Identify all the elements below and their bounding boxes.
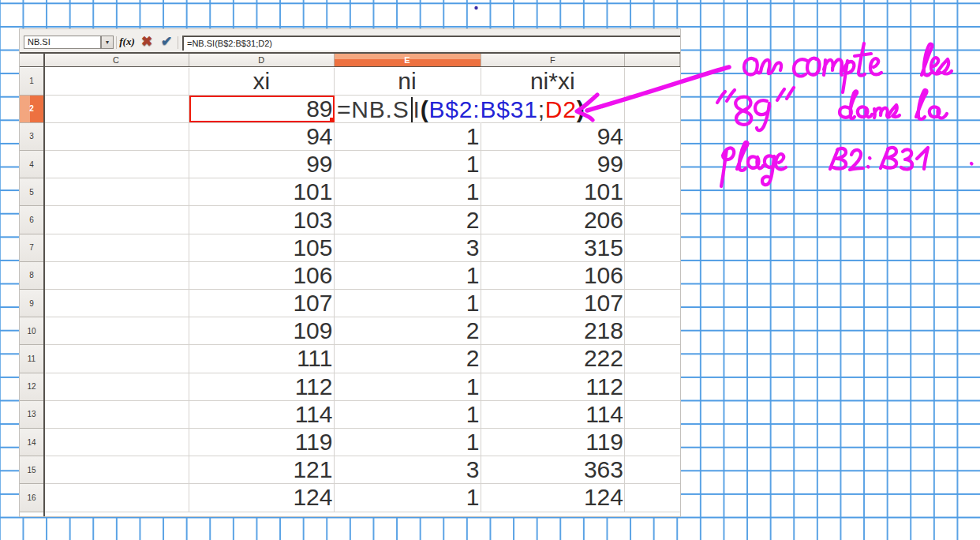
cell-E4[interactable]: 1	[335, 151, 481, 178]
cell-D7[interactable]: 105	[189, 234, 335, 262]
cell-C10[interactable]	[43, 317, 189, 345]
name-box-dropdown-button[interactable]: ▾	[101, 36, 114, 49]
cell-G7[interactable]	[625, 234, 680, 262]
cell-C14[interactable]	[43, 429, 189, 456]
cell-E7[interactable]: 3	[335, 234, 481, 262]
name-box-input[interactable]: NB.SI	[24, 36, 101, 49]
cell-D3[interactable]: 94	[189, 123, 335, 151]
cell-F5[interactable]: 101	[481, 178, 626, 206]
cell-G8[interactable]	[625, 262, 680, 290]
cell-G1[interactable]	[625, 68, 680, 96]
cell-C12[interactable]	[43, 373, 189, 401]
row-header-10[interactable]: 10	[20, 317, 43, 345]
cell-D15[interactable]: 121	[189, 456, 335, 484]
row-header-1[interactable]: 1	[20, 68, 43, 96]
cell-C11[interactable]	[43, 345, 189, 373]
cell-D10[interactable]: 109	[189, 317, 335, 345]
cell-C16[interactable]	[43, 484, 189, 512]
reference-handle[interactable]	[330, 118, 335, 122]
cell-E9[interactable]: 1	[335, 290, 481, 317]
cell-E15[interactable]: 3	[335, 456, 481, 484]
cell-F3[interactable]: 94	[481, 123, 626, 151]
cell-C13[interactable]	[43, 401, 189, 429]
cancel-icon[interactable]: ✖	[138, 33, 155, 50]
column-header-E[interactable]: E	[335, 54, 481, 66]
formula-input[interactable]: =NB.SI(B$2:B$31;D2)	[182, 36, 680, 51]
cell-C6[interactable]	[43, 206, 189, 234]
cell-D8[interactable]: 106	[189, 262, 335, 290]
cell-C5[interactable]	[43, 178, 189, 206]
cell-D11[interactable]: 111	[189, 345, 335, 373]
cell-G5[interactable]	[625, 178, 680, 206]
cell-G2[interactable]	[625, 96, 680, 123]
cell-D12[interactable]: 112	[189, 373, 335, 401]
row-header-11[interactable]: 11	[20, 345, 43, 373]
cell-D6[interactable]: 103	[189, 206, 335, 234]
cell-G12[interactable]	[625, 373, 680, 401]
cell-E16[interactable]: 1	[335, 484, 481, 512]
cell-C3[interactable]	[43, 123, 189, 151]
cell-D9[interactable]: 107	[189, 290, 335, 317]
cell-E5[interactable]: 1	[335, 178, 481, 206]
cell-F9[interactable]: 107	[481, 290, 626, 317]
cell-G9[interactable]	[625, 290, 680, 317]
cell-E12[interactable]: 1	[335, 373, 481, 401]
cell-C15[interactable]	[43, 456, 189, 484]
cell-E6[interactable]: 2	[335, 206, 481, 234]
row-header-16[interactable]: 16	[20, 484, 43, 512]
row-header-3[interactable]: 3	[20, 123, 43, 151]
cell-C4[interactable]	[43, 151, 189, 178]
cell-F12[interactable]: 112	[481, 373, 626, 401]
cell-C7[interactable]	[43, 234, 189, 262]
cell-D4[interactable]: 99	[189, 151, 335, 178]
cell-F10[interactable]: 218	[481, 317, 626, 345]
column-header-D[interactable]: D	[189, 54, 335, 66]
cell-G3[interactable]	[625, 123, 680, 151]
cell-E8[interactable]: 1	[335, 262, 481, 290]
cell-C8[interactable]	[43, 262, 189, 290]
cell-F11[interactable]: 222	[481, 345, 626, 373]
cell-D5[interactable]: 101	[189, 178, 335, 206]
column-header-F[interactable]: F	[481, 54, 626, 66]
cell-E3[interactable]: 1	[335, 123, 481, 151]
cell-D13[interactable]: 114	[189, 401, 335, 429]
row-header-8[interactable]: 8	[20, 262, 43, 290]
cell-G14[interactable]	[625, 429, 680, 456]
cell-C1[interactable]	[43, 68, 189, 96]
cell-F8[interactable]: 106	[481, 262, 626, 290]
cell-F16[interactable]: 124	[481, 484, 626, 512]
row-header-2[interactable]: 2	[20, 96, 43, 123]
cell-D1[interactable]: xi	[189, 68, 335, 96]
cell-F14[interactable]: 119	[481, 429, 626, 456]
row-header-12[interactable]: 12	[20, 373, 43, 401]
cell-F4[interactable]: 99	[481, 151, 626, 178]
cell-E11[interactable]: 2	[335, 345, 481, 373]
cell-E14[interactable]: 1	[335, 429, 481, 456]
cell-F13[interactable]: 114	[481, 401, 626, 429]
cell-G11[interactable]	[625, 345, 680, 373]
row-header-13[interactable]: 13	[20, 401, 43, 429]
column-header-partial[interactable]	[625, 54, 680, 66]
row-header-15[interactable]: 15	[20, 456, 43, 484]
cell-F15[interactable]: 363	[481, 456, 626, 484]
row-header-4[interactable]: 4	[20, 151, 43, 178]
cell-D16[interactable]: 124	[189, 484, 335, 512]
cell-F6[interactable]: 206	[481, 206, 626, 234]
accept-icon[interactable]: ✔	[159, 33, 174, 50]
cell-E13[interactable]: 1	[335, 401, 481, 429]
cell-G16[interactable]	[625, 484, 680, 512]
column-header-C[interactable]: C	[43, 54, 189, 66]
row-header-9[interactable]: 9	[20, 290, 43, 317]
row-header-14[interactable]: 14	[20, 429, 43, 456]
cell-G13[interactable]	[625, 401, 680, 429]
function-wizard-icon[interactable]: f(x)	[118, 35, 136, 49]
cell-C2[interactable]	[43, 96, 189, 123]
cell-E10[interactable]: 2	[335, 317, 481, 345]
cell-G15[interactable]	[625, 456, 680, 484]
cell-G10[interactable]	[625, 317, 680, 345]
cell-G4[interactable]	[625, 151, 680, 178]
cell-D14[interactable]: 119	[189, 429, 335, 456]
cell-E1[interactable]: ni	[335, 68, 481, 96]
cell-F7[interactable]: 315	[481, 234, 626, 262]
cell-G6[interactable]	[625, 206, 680, 234]
